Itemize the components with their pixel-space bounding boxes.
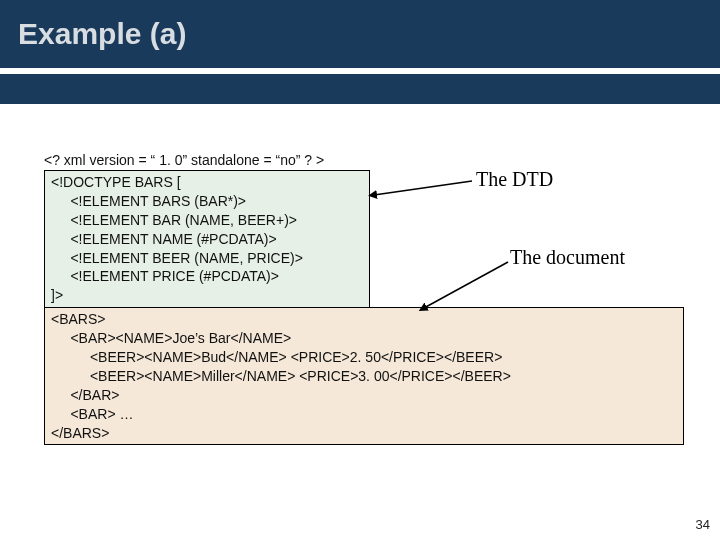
document-box: <BARS> <BAR><NAME>Joe’s Bar</NAME> <BEER… — [44, 307, 684, 445]
content-area: <? xml version = “ 1. 0” standalone = “n… — [44, 152, 684, 445]
svg-line-0 — [374, 181, 472, 195]
svg-line-1 — [424, 262, 508, 308]
dtd-box: <!DOCTYPE BARS [ <!ELEMENT BARS (BAR*)> … — [44, 170, 370, 308]
navy-strip — [0, 74, 720, 104]
arrow-dtd — [370, 175, 480, 205]
page-number: 34 — [696, 517, 710, 532]
xml-declaration: <? xml version = “ 1. 0” standalone = “n… — [44, 152, 684, 168]
label-dtd: The DTD — [476, 168, 553, 191]
arrow-document — [418, 258, 518, 318]
label-document: The document — [510, 246, 625, 269]
title-bar: Example (a) — [0, 0, 720, 68]
slide-title: Example (a) — [18, 17, 186, 51]
